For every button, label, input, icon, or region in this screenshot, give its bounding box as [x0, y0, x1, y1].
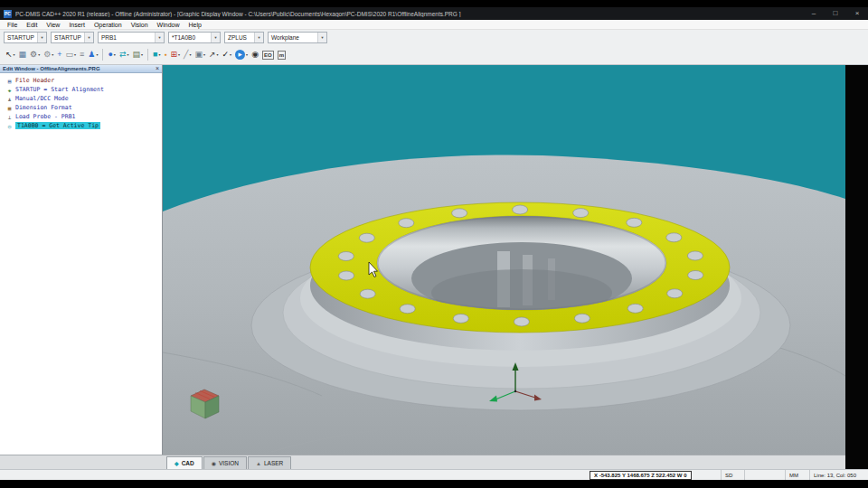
chevron-down-icon[interactable]: ▾	[14, 52, 15, 57]
chevron-down-icon[interactable]: ▾	[38, 52, 40, 57]
chevron-down-icon[interactable]: ▾	[203, 52, 205, 57]
operator-icon: ♟	[88, 51, 95, 59]
move-expand-icon[interactable]: +	[55, 47, 63, 63]
tab-label: CAD	[182, 460, 194, 466]
combo-value: STARTUP	[54, 34, 81, 41]
maximize-button[interactable]: □	[826, 8, 844, 19]
quick-fixture-icon[interactable]: ╱▾	[182, 47, 193, 63]
point-marker-icon: ●	[164, 52, 166, 57]
menu-help[interactable]: Help	[184, 22, 206, 28]
command-icon: ◎	[6, 123, 13, 129]
snapshot-icon[interactable]: ◉	[250, 47, 260, 63]
chevron-down-icon[interactable]: ▾	[189, 52, 191, 57]
menu-operation[interactable]: Operation	[90, 22, 127, 28]
close-button[interactable]: ×	[848, 8, 866, 19]
combo-value: PRB1	[101, 34, 117, 41]
menu-vision[interactable]: Vision	[127, 22, 153, 28]
command-tree: ▤File Header◈STARTUP = Start Alignment♟M…	[0, 73, 162, 130]
comment-icon[interactable]: ▭▾	[64, 47, 79, 63]
command-item-t1a0b0-get-active-tip[interactable]: ◎T1A0B0 = Get Active Tip	[5, 121, 162, 130]
chevron-down-icon[interactable]: ▾	[158, 52, 160, 57]
bolt-hole	[452, 209, 467, 218]
edit-window-title: Edit Window - OfflineAlignments.PRG	[3, 66, 100, 71]
minimize-button[interactable]: –	[805, 8, 823, 19]
vector-icon[interactable]: ↗▾	[207, 47, 221, 63]
chevron-down-icon[interactable]: ▾	[52, 52, 53, 57]
tab-laser[interactable]: ▲LASER	[248, 456, 291, 469]
chevron-down-icon[interactable]: ▼	[84, 33, 93, 42]
menu-file[interactable]: File	[3, 22, 22, 28]
chevron-down-icon[interactable]: ▾	[178, 52, 180, 57]
machine-button[interactable]: m	[276, 47, 288, 63]
chevron-down-icon[interactable]: ▾	[96, 52, 98, 57]
command-item-dimension-format[interactable]: ▦Dimension Format	[5, 103, 162, 112]
bolt-hole	[666, 233, 682, 242]
layout-icon[interactable]: ▣▾	[193, 47, 207, 63]
toolbar-separator	[147, 49, 148, 61]
edit-window-caption[interactable]: Edit Window - OfflineAlignments.PRG ×	[0, 65, 162, 73]
command-item-startup-start-alignment[interactable]: ◈STARTUP = Start Alignment	[5, 85, 162, 94]
chevron-down-icon[interactable]: ▾	[217, 52, 219, 57]
chevron-down-icon[interactable]: ▾	[114, 52, 116, 57]
snapshot-icon: ◉	[251, 51, 259, 59]
edit-window-close-icon[interactable]: ×	[156, 65, 159, 72]
pattern-grid-icon: ⊞	[170, 51, 177, 59]
probe-toolbox-icon[interactable]: ▦	[17, 47, 29, 63]
gear-edit-icon[interactable]: ⚙▾	[42, 47, 55, 63]
pattern-grid-icon[interactable]: ⊞▾	[168, 47, 182, 63]
mark-done-icon[interactable]: ✓▾	[221, 47, 234, 63]
eo-button: EO	[262, 51, 274, 60]
measure-strategy-icon[interactable]: ⇄▾	[118, 47, 131, 63]
auto-feature-icon[interactable]: ●▾	[106, 47, 117, 63]
combo-workplane[interactable]: Workplane▼	[268, 32, 327, 43]
graphic-display-viewport[interactable]	[163, 65, 845, 455]
combo-startup[interactable]: STARTUP▼	[51, 32, 94, 43]
command-item-file-header[interactable]: ▤File Header	[5, 76, 162, 85]
tab-cad[interactable]: ◆CAD	[166, 456, 203, 469]
gear-icon: ⚙	[30, 51, 37, 59]
combo-startup[interactable]: STARTUP▼	[4, 32, 47, 43]
chevron-down-icon[interactable]: ▾	[246, 52, 248, 57]
chevron-down-icon[interactable]: ▼	[155, 33, 164, 42]
menu-view[interactable]: View	[42, 22, 64, 28]
chevron-down-icon[interactable]: ▼	[211, 33, 220, 42]
bolt-hole	[513, 205, 528, 214]
graphic-view-icon[interactable]: ■▾	[151, 47, 162, 63]
laser-tab-icon: ▲	[256, 461, 261, 466]
eo-button[interactable]: EO	[260, 47, 276, 63]
chat-icon[interactable]: ≡	[78, 47, 86, 63]
tab-label: LASER	[264, 460, 283, 466]
auto-feature-icon: ●	[108, 51, 112, 59]
point-marker-icon[interactable]: ●	[162, 47, 168, 63]
bolt-hole	[400, 305, 415, 314]
command-label: Dimension Format	[15, 104, 72, 111]
chat-icon: ≡	[80, 51, 84, 59]
mark-done-icon: ✓	[222, 51, 230, 59]
probe-position-readout: X -543.825 Y 1468.675 Z 522.452 W 0	[590, 471, 692, 480]
chevron-down-icon[interactable]: ▼	[317, 33, 326, 42]
menu-insert[interactable]: Insert	[64, 22, 90, 28]
menu-bar: FileEditViewInsertOperationVisionWindowH…	[0, 20, 868, 30]
operator-icon[interactable]: ♟▾	[86, 47, 99, 63]
command-item-manual-dcc-mode[interactable]: ♟Manual/DCC Mode	[5, 94, 162, 103]
execute-icon: ▶	[235, 50, 245, 60]
combo-value: STARTUP	[7, 34, 34, 41]
menu-edit[interactable]: Edit	[22, 22, 42, 28]
toolbar-icons: ↖▾▦⚙▾⚙▾+▭▾≡♟▾●▾⇄▾▤▾■▾●⊞▾╱▾▣▾↗▾✓▾▶▾◉EOm	[0, 45, 868, 65]
chevron-down-icon[interactable]: ▾	[230, 52, 231, 57]
report-icon[interactable]: ▤▾	[130, 47, 145, 63]
menu-window[interactable]: Window	[153, 22, 184, 28]
chevron-down-icon[interactable]: ▼	[37, 33, 46, 42]
combo-zplus[interactable]: ZPLUS▼	[224, 32, 264, 43]
chevron-down-icon[interactable]: ▾	[141, 52, 143, 57]
chevron-down-icon[interactable]: ▼	[254, 33, 263, 42]
execute-icon[interactable]: ▶▾	[233, 47, 250, 63]
gear-icon[interactable]: ⚙▾	[28, 47, 42, 63]
chevron-down-icon[interactable]: ▾	[127, 52, 128, 57]
command-item-load-probe-prb1[interactable]: ⊥Load Probe - PRB1	[5, 112, 162, 121]
chevron-down-icon[interactable]: ▾	[74, 52, 76, 57]
cursor-mode-icon[interactable]: ↖▾	[4, 47, 17, 63]
combo-t1a0b0[interactable]: *T1A0B0▼	[168, 32, 221, 43]
combo-prb1[interactable]: PRB1▼	[98, 32, 165, 43]
tab-vision[interactable]: ◉VISION	[203, 456, 247, 469]
